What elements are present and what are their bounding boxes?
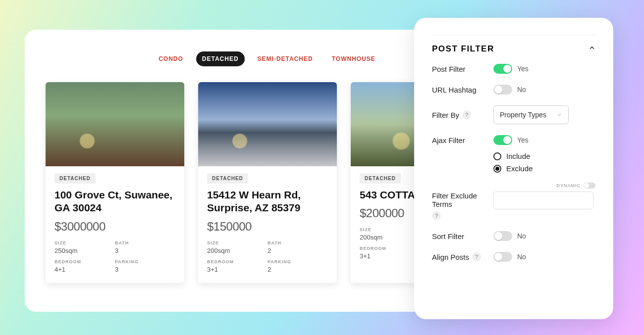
filter-by-label: Filter By (432, 111, 459, 119)
filter-by-value: Property Types (500, 111, 546, 119)
stat-label-parking: PARKING (268, 259, 328, 264)
stat-value-bedroom: 3+1 (207, 266, 268, 273)
listing-image (46, 82, 184, 166)
listing-card[interactable]: DETACHED 15412 W Hearn Rd, Surprise, AZ … (198, 82, 337, 283)
stat-value-bedroom: 4+1 (54, 266, 115, 273)
stat-value-parking: 2 (268, 266, 328, 273)
stat-label-bath: BATH (115, 240, 175, 245)
dynamic-toggle[interactable] (584, 183, 595, 189)
radio-include-label: Include (506, 152, 530, 160)
post-filter-panel: POST FILTER Post Filter Yes URL Hashtag … (414, 18, 613, 319)
ajax-filter-toggle[interactable] (493, 135, 512, 145)
post-filter-state: Yes (517, 65, 529, 73)
help-icon[interactable]: ? (432, 211, 441, 220)
stat-label-bedroom: BEDROOM (207, 259, 268, 264)
align-posts-state: No (517, 253, 526, 261)
help-icon[interactable]: ? (462, 110, 471, 119)
tab-condo[interactable]: CONDO (153, 51, 189, 66)
tab-townhouse[interactable]: TOWNHOUSE (326, 51, 381, 66)
url-hashtag-state: No (517, 86, 526, 94)
radio-icon (493, 152, 501, 160)
url-hashtag-toggle[interactable] (493, 85, 512, 95)
ajax-filter-label: Ajax Filter (432, 136, 493, 144)
radio-include[interactable]: Include (493, 152, 595, 160)
listing-price: $150000 (207, 220, 328, 234)
post-filter-toggle[interactable] (493, 64, 512, 74)
listing-image (198, 82, 337, 166)
sort-filter-state: No (517, 232, 526, 240)
radio-exclude[interactable]: Exclude (493, 164, 595, 173)
listing-card[interactable]: DETACHED 100 Grove Ct, Suwanee, GA 30024… (46, 82, 184, 283)
stat-label-parking: PARKING (115, 259, 175, 264)
sort-filter-label: Sort Filter (432, 232, 493, 240)
tab-semi-detached[interactable]: SEMI-DETACHED (252, 51, 319, 66)
stat-value-bath: 2 (268, 247, 328, 254)
stat-label-bedroom: BEDROOM (54, 259, 115, 264)
panel-title: POST FILTER (432, 44, 494, 54)
align-posts-toggle[interactable] (493, 252, 512, 262)
chevron-up-icon[interactable] (589, 45, 595, 53)
post-filter-label: Post Filter (432, 65, 493, 73)
ajax-filter-state: Yes (517, 136, 529, 144)
listing-badge: DETACHED (54, 173, 96, 184)
listing-badge: DETACHED (207, 173, 248, 184)
stat-label-size: SIZE (54, 240, 115, 245)
stat-label-bath: BATH (268, 240, 328, 245)
chevron-down-icon (556, 112, 562, 118)
listing-address: 15412 W Hearn Rd, Surprise, AZ 85379 (207, 189, 328, 215)
stat-value-parking: 3 (115, 266, 175, 273)
stat-value-bath: 3 (115, 247, 175, 254)
filter-by-select[interactable]: Property Types (493, 105, 569, 124)
listing-address: 100 Grove Ct, Suwanee, GA 30024 (54, 189, 175, 215)
sort-filter-toggle[interactable] (493, 231, 512, 241)
stat-value-size: 200sqm (207, 247, 268, 254)
filter-exclude-terms-label: Filter Exclude Terms (432, 191, 493, 208)
stat-value-size: 250sqm (54, 247, 115, 254)
help-icon[interactable]: ? (472, 252, 481, 261)
dynamic-label: DYNAMIC (556, 183, 581, 188)
filter-exclude-terms-input[interactable] (493, 191, 593, 209)
listing-price: $3000000 (54, 220, 175, 234)
radio-icon (493, 165, 501, 173)
tab-detached[interactable]: DETACHED (196, 51, 245, 66)
radio-exclude-label: Exclude (506, 164, 533, 173)
listing-badge: DETACHED (360, 173, 401, 184)
align-posts-label: Align Posts (432, 253, 469, 261)
stat-label-size: SIZE (207, 240, 268, 245)
url-hashtag-label: URL Hashtag (432, 86, 493, 94)
